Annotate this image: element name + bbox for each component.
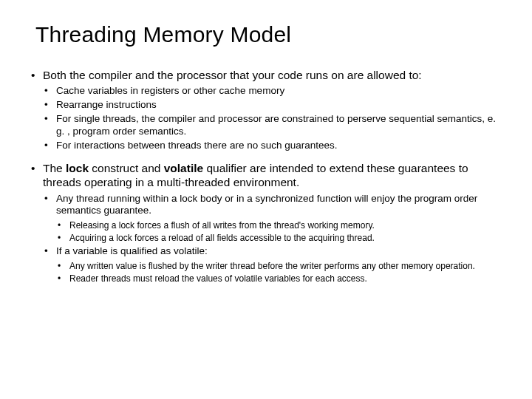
list-item-text: Any thread running within a lock body or… bbox=[56, 193, 477, 216]
list-item-text: Releasing a lock forces a flush of all w… bbox=[69, 220, 375, 231]
list-item: Any written value is flushed by the writ… bbox=[56, 261, 502, 272]
list-item: Both the compiler and the processor that… bbox=[30, 68, 502, 152]
list-item-text: Acquiring a lock forces a reload of all … bbox=[69, 233, 375, 243]
list-item: The lock construct and volatile qualifie… bbox=[30, 161, 502, 284]
list-item-text: Cache variables in registers or other ca… bbox=[56, 85, 284, 96]
list-item: Releasing a lock forces a flush of all w… bbox=[56, 220, 502, 231]
bullet-list-l3: Releasing a lock forces a flush of all w… bbox=[56, 220, 502, 244]
list-item-text: The lock construct and volatile qualifie… bbox=[43, 162, 468, 188]
bullet-list: Both the compiler and the processor that… bbox=[30, 68, 502, 284]
list-item: Acquiring a lock forces a reload of all … bbox=[56, 233, 502, 244]
list-item: If a variable is qualified as volatile: … bbox=[43, 245, 502, 284]
list-item-text: If a variable is qualified as volatile: bbox=[56, 245, 208, 256]
slide-title: Threading Memory Model bbox=[35, 22, 502, 47]
list-item-text: Reader threads must reload the values of… bbox=[69, 273, 367, 284]
bullet-list-l2: Any thread running within a lock body or… bbox=[43, 193, 502, 285]
list-item-text: Any written value is flushed by the writ… bbox=[69, 261, 475, 271]
list-item-text: Rearrange instructions bbox=[56, 99, 157, 110]
list-item: For single threads, the compiler and pro… bbox=[43, 113, 502, 138]
list-item: Rearrange instructions bbox=[43, 99, 502, 112]
list-item: For interactions between threads there a… bbox=[43, 140, 502, 152]
bullet-list-l2: Cache variables in registers or other ca… bbox=[43, 85, 502, 151]
list-item: Any thread running within a lock body or… bbox=[43, 193, 502, 245]
list-item-text: For interactions between threads there a… bbox=[56, 140, 337, 151]
list-item: Cache variables in registers or other ca… bbox=[43, 85, 502, 98]
list-item: Reader threads must reload the values of… bbox=[56, 273, 502, 284]
list-item-text: Both the compiler and the processor that… bbox=[43, 69, 422, 81]
bullet-list-l3: Any written value is flushed by the writ… bbox=[56, 261, 502, 284]
list-item-text: For single threads, the compiler and pro… bbox=[56, 113, 496, 137]
